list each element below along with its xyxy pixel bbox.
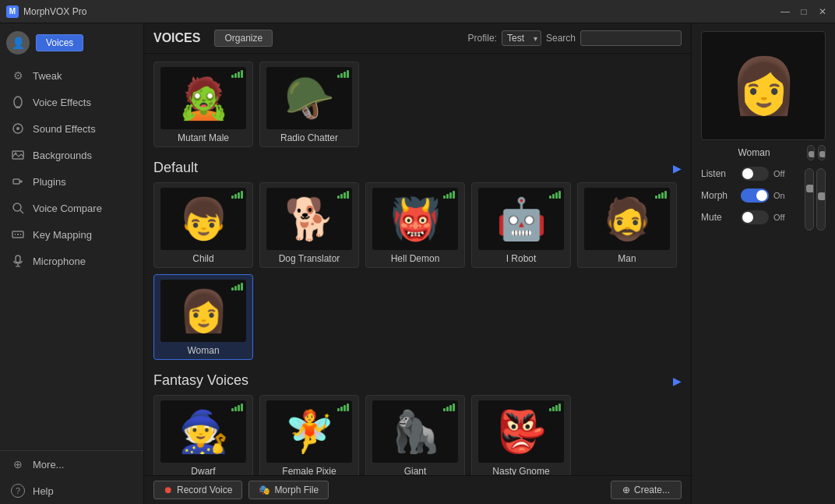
section-arrow-fantasy[interactable]: ▶ (673, 375, 682, 387)
voice-card-giant[interactable]: 🦍 Giant (365, 395, 465, 475)
signal-icon-dog-translator (337, 191, 349, 199)
signal-icon-nasty-gnome (549, 404, 561, 411)
voice-card-dog-translator[interactable]: 🐕 Dog Translator (259, 182, 359, 268)
voice-thumb-mutant-male: 🧟 (160, 67, 246, 129)
morph-row: Morph On (701, 189, 802, 203)
hell-demon-emoji: 👹 (390, 196, 441, 243)
voice-card-female-pixie[interactable]: 🧚 Female Pixie (259, 395, 359, 475)
create-label: Create... (634, 485, 670, 495)
listen-toggle[interactable] (741, 167, 769, 181)
dog-translator-emoji: 🐕 (284, 196, 335, 243)
voice-thumb-dwarf: 🧙 (160, 400, 246, 463)
voice-label-radio-chatter: Radio Chatter (280, 132, 338, 143)
sidebar-item-label-microphone: Microphone (33, 256, 86, 267)
voice-card-hell-demon[interactable]: 👹 Hell Demon (365, 182, 465, 268)
restore-button[interactable]: □ (798, 5, 810, 18)
organize-button[interactable]: Organize (214, 30, 273, 47)
voice-card-child[interactable]: 👦 Child (153, 182, 253, 268)
v-slider-2[interactable] (816, 168, 826, 231)
sidebar-item-label-key-mapping: Key Mapping (33, 229, 92, 241)
section-title-fantasy: Fantasy Voices (153, 372, 248, 389)
profile-select[interactable]: Test (502, 30, 541, 46)
v-slider-1[interactable] (805, 168, 814, 231)
voice-label-mutant-male: Mutant Male (178, 132, 229, 143)
sidebar-item-backgrounds[interactable]: Backgrounds (0, 142, 143, 168)
voice-card-i-robot[interactable]: 🤖 I Robot (471, 182, 571, 268)
profile-section: Profile: Test Search (468, 30, 682, 46)
sidebar-item-label-plugins: Plugins (33, 176, 66, 188)
mute-toggle[interactable] (741, 210, 769, 224)
morph-file-button[interactable]: 🎭 Morph File (248, 481, 329, 499)
morph-toggle[interactable] (741, 189, 769, 203)
giant-emoji: 🦍 (390, 408, 441, 456)
sidebar-item-help[interactable]: ? Help (0, 478, 143, 504)
morph-state: On (773, 191, 785, 200)
sidebar: 👤 Voices ⚙ Tweak Voice Effects Sound Eff… (0, 23, 144, 504)
preview-slider-1[interactable] (807, 145, 815, 160)
close-button[interactable]: ✕ (816, 5, 829, 18)
voice-card-radio-chatter[interactable]: 🪖 Radio Chatter (259, 62, 359, 147)
morph-toggle-knob (756, 190, 767, 201)
section-arrow-default[interactable]: ▶ (673, 162, 682, 174)
voice-thumb-child: 👦 (160, 188, 246, 250)
voice-card-woman[interactable]: 👩 Woman (153, 274, 253, 360)
section-header-fantasy: Fantasy Voices ▶ (153, 372, 682, 389)
sidebar-item-label-help: Help (33, 485, 54, 497)
tweak-icon: ⚙ (11, 69, 25, 83)
plugins-icon (11, 174, 25, 189)
signal-icon-mutant-male (231, 70, 243, 78)
sidebar-item-label-voice-effects: Voice Effects (33, 97, 91, 108)
create-button[interactable]: ⊕ Create... (611, 481, 682, 499)
microphone-icon (11, 254, 25, 268)
top-voices-grid: 🧟 Mutant Male 🪖 Radio Chatter (153, 62, 682, 147)
voice-thumb-i-robot: 🤖 (478, 188, 564, 250)
sidebar-item-plugins[interactable]: Plugins (0, 168, 143, 195)
sidebar-item-label-voice-compare: Voice Compare (33, 203, 102, 214)
voice-card-mutant-male[interactable]: 🧟 Mutant Male (153, 62, 253, 147)
sidebar-item-microphone[interactable]: Microphone (0, 248, 143, 274)
search-label: Search (546, 33, 576, 44)
voice-thumb-radio-chatter: 🪖 (266, 67, 352, 129)
nasty-gnome-emoji: 👺 (496, 408, 547, 456)
mutant-male-emoji: 🧟 (178, 75, 229, 122)
voice-card-nasty-gnome[interactable]: 👺 Nasty Gnome (471, 395, 571, 475)
voice-label-dwarf: Dwarf (191, 466, 215, 475)
create-icon: ⊕ (622, 485, 630, 495)
record-voice-button[interactable]: ⏺ Record Voice (153, 481, 242, 499)
sidebar-top: 👤 Voices (0, 23, 143, 62)
voices-button[interactable]: Voices (36, 34, 83, 51)
voice-thumb-dog-translator: 🐕 (266, 188, 352, 250)
voice-card-man[interactable]: 🧔 Man (577, 182, 677, 268)
voice-label-woman: Woman (187, 345, 219, 356)
mute-row: Mute Off (701, 210, 802, 224)
female-pixie-emoji: 🧚 (284, 408, 335, 456)
svg-point-4 (16, 127, 19, 130)
sidebar-item-label-more: More... (33, 459, 64, 471)
sidebar-item-sound-effects[interactable]: Sound Effects (0, 115, 143, 142)
voice-label-nasty-gnome: Nasty Gnome (492, 466, 549, 475)
minimize-button[interactable]: — (779, 5, 791, 18)
search-input[interactable] (580, 30, 682, 46)
titlebar: M MorphVOX Pro — □ ✕ (0, 0, 835, 23)
signal-icon-i-robot (549, 191, 561, 199)
i-robot-emoji: 🤖 (496, 196, 547, 243)
voice-card-dwarf[interactable]: 🧙 Dwarf (153, 395, 253, 475)
preview-slider-2[interactable] (818, 145, 826, 160)
sidebar-item-more[interactable]: ⊕ More... (0, 451, 143, 478)
sidebar-item-voice-effects[interactable]: Voice Effects (0, 89, 143, 115)
preview-emoji: 👩 (713, 43, 814, 129)
man-emoji: 🧔 (602, 196, 653, 243)
key-mapping-icon (11, 227, 25, 241)
listen-label: Listen (701, 168, 736, 179)
sidebar-item-tweak[interactable]: ⚙ Tweak (0, 62, 143, 89)
svg-rect-7 (13, 179, 19, 184)
sidebar-item-key-mapping[interactable]: Key Mapping (0, 221, 143, 248)
sidebar-item-voice-compare[interactable]: Voice Compare (0, 195, 143, 221)
svg-rect-16 (16, 256, 20, 263)
signal-icon-man (655, 191, 667, 199)
section-header-default: Default ▶ (153, 160, 682, 176)
voice-label-female-pixie: Female Pixie (282, 466, 336, 475)
signal-icon-female-pixie (337, 404, 349, 411)
voice-effects-icon (11, 95, 25, 109)
right-panel: 👩 Woman Listen (691, 23, 835, 504)
